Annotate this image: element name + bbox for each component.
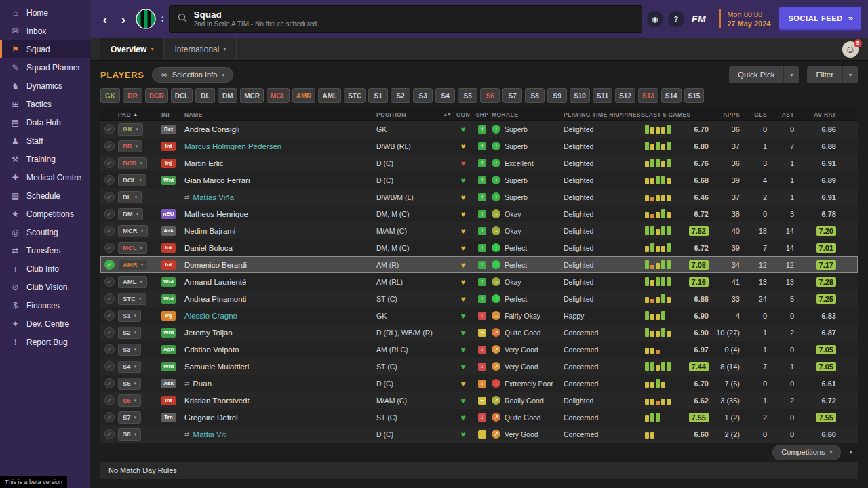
sidebar-item-training[interactable]: ⚒ Training: [0, 150, 90, 168]
pos-filter-dr[interactable]: DR: [123, 88, 142, 103]
info-badge[interactable]: Ret: [161, 125, 176, 134]
player-name[interactable]: Nedim Bajrami: [184, 227, 235, 235]
pos-filter-s1[interactable]: S1: [368, 88, 388, 103]
player-name[interactable]: Mattia Viti: [193, 430, 227, 439]
sidebar-item-schedule[interactable]: ▦ Schedule: [0, 186, 90, 205]
table-row[interactable]: ✓ S7▾ Trn ⇄ Grégoire Defrel ST (C) ♥ ↓ ↗…: [100, 409, 858, 426]
row-checkbox[interactable]: ✓: [104, 260, 115, 270]
info-badge[interactable]: Ask: [161, 226, 176, 236]
table-row[interactable]: ✓ DL▾ ⇄ Matías Viña D/WB/M (L) ♥ ↑ ↑ Sup…: [100, 188, 858, 205]
pos-filter-stc[interactable]: STC: [344, 88, 366, 103]
tab-international[interactable]: International ▾: [164, 38, 237, 60]
player-name[interactable]: Matías Viña: [193, 193, 235, 201]
row-checkbox[interactable]: ✓: [104, 344, 115, 354]
pos-filter-gk[interactable]: GK: [100, 88, 120, 103]
pos-filter-s3[interactable]: S3: [413, 88, 433, 103]
pos-filter-amr[interactable]: AMR: [292, 88, 316, 103]
row-checkbox[interactable]: ✓: [104, 175, 115, 185]
pos-filter-s8[interactable]: S8: [525, 88, 545, 103]
table-row[interactable]: ✓ S1▾ Inj ⇄ Alessio Cragno GK ♥ ↓ → Fair…: [100, 307, 858, 324]
col-position[interactable]: POSITION▲▼: [367, 111, 454, 118]
position-dropdown[interactable]: DCL▾: [118, 174, 146, 186]
pos-filter-aml[interactable]: AML: [318, 88, 341, 103]
row-checkbox[interactable]: ✓: [104, 310, 115, 321]
sidebar-item-inbox[interactable]: ✉ Inbox: [0, 22, 90, 40]
player-name[interactable]: Matheus Henrique: [184, 210, 248, 218]
table-row[interactable]: ✓ S2▾ Wnt ⇄ Jeremy Toljan D (RL), WB/M (…: [100, 324, 858, 341]
player-name[interactable]: Cristian Volpato: [184, 346, 239, 354]
position-dropdown[interactable]: MCL▾: [118, 242, 147, 254]
manager-avatar[interactable]: ☺ 5: [842, 41, 859, 58]
player-name[interactable]: Armand Laurienté: [184, 278, 246, 286]
pos-filter-dcl[interactable]: DCL: [171, 88, 193, 103]
sidebar-item-home[interactable]: ⌂ Home: [0, 3, 90, 22]
filter-caret[interactable]: ▾: [842, 66, 858, 83]
pos-filter-s2[interactable]: S2: [391, 88, 410, 103]
row-checkbox[interactable]: ✓: [104, 277, 115, 287]
forward-button[interactable]: ›: [117, 13, 130, 26]
col-happiness[interactable]: PLAYING TIME HAPPINESS: [561, 111, 645, 118]
player-name[interactable]: Marcus Holmgren Pedersen: [184, 142, 281, 150]
col-sharpness[interactable]: SHP: [473, 111, 492, 118]
social-feed-button[interactable]: SOCIAL FEED »: [779, 7, 861, 31]
position-dropdown[interactable]: DL▾: [118, 191, 142, 203]
position-dropdown[interactable]: DCR▾: [118, 157, 147, 169]
table-row[interactable]: ✓ AMR▾ Int ⇄ Domenico Berardi AM (R) ♥ ↑…: [100, 256, 858, 273]
table-row[interactable]: ✓ GK▾ Ret ⇄ Andrea Consigli GK ♥ ↑ ↑ Sup…: [100, 121, 858, 138]
pos-filter-dl[interactable]: DL: [195, 88, 215, 103]
back-button[interactable]: ‹: [98, 13, 112, 26]
table-row[interactable]: ✓ DCR▾ Inj ⇄ Martin Erlić D (C) ♥ ↑ ↑ Ex…: [100, 155, 858, 171]
col-inf[interactable]: INF: [161, 111, 184, 118]
club-switcher[interactable]: ▴▾: [161, 15, 164, 23]
info-badge[interactable]: Ask: [161, 379, 176, 388]
pos-filter-mcr[interactable]: MCR: [240, 88, 264, 103]
sidebar-item-tactics[interactable]: ⊞ Tactics: [0, 95, 90, 113]
sidebar-item-finances[interactable]: $ Finances: [0, 296, 90, 314]
row-checkbox[interactable]: ✓: [104, 378, 115, 388]
position-dropdown[interactable]: S6▾: [118, 394, 141, 407]
table-row[interactable]: ✓ MCL▾ Int ⇄ Daniel Boloca DM, M (C) ♥ ↑…: [100, 239, 858, 256]
table-row[interactable]: ✓ S8▾ ⇄ Mattia Viti D (C) ♥ − ↗ Very Goo…: [100, 426, 858, 443]
pos-filter-s14[interactable]: S14: [661, 88, 682, 103]
info-badge[interactable]: Int: [161, 142, 176, 151]
player-name[interactable]: Ruan: [193, 380, 212, 388]
player-name[interactable]: Samuele Mulattieri: [184, 363, 249, 371]
tab-overview[interactable]: Overview ▾: [100, 38, 164, 60]
position-dropdown[interactable]: AML▾: [118, 276, 147, 288]
table-row[interactable]: ✓ DCL▾ Wnt ⇄ Gian Marco Ferrari D (C) ♥ …: [100, 171, 858, 188]
table-row[interactable]: ✓ MCR▾ Ask ⇄ Nedim Bajrami M/AM (C) ♥ ↑ …: [100, 222, 858, 239]
sidebar-item-scouting[interactable]: ◎ Scouting: [0, 223, 90, 241]
world-icon[interactable]: ◉: [647, 11, 663, 27]
info-badge[interactable]: Int: [161, 260, 176, 270]
info-badge[interactable]: nEU: [161, 209, 176, 219]
position-dropdown[interactable]: MCR▾: [118, 225, 148, 237]
col-last5[interactable]: LAST 5 GAMES: [645, 111, 709, 118]
player-name[interactable]: Alessio Cragno: [184, 312, 237, 320]
sidebar-item-transfers[interactable]: ⇄ Transfers: [0, 241, 90, 260]
col-morale[interactable]: MORALE: [492, 111, 561, 118]
col-avrat[interactable]: AV RAT: [798, 111, 858, 118]
table-row[interactable]: ✓ S3▾ Agn ⇄ Cristian Volpato AM (RLC) ♥ …: [100, 341, 858, 358]
filter-button[interactable]: Filter ▾: [807, 66, 858, 83]
pos-filter-s4[interactable]: S4: [435, 88, 455, 103]
pos-filter-s10[interactable]: S10: [570, 88, 590, 103]
row-checkbox[interactable]: ✓: [104, 226, 115, 236]
player-name[interactable]: Andrea Consigli: [184, 125, 239, 134]
sidebar-item-club-vision[interactable]: ⊙ Club Vision: [0, 278, 90, 296]
position-dropdown[interactable]: DM▾: [118, 208, 143, 220]
col-goals[interactable]: GLS: [744, 111, 771, 118]
col-apps[interactable]: APPS: [709, 111, 744, 118]
info-badge[interactable]: Int: [161, 396, 176, 405]
sidebar-item-dynamics[interactable]: ♞ Dynamics: [0, 77, 90, 95]
info-badge[interactable]: Int: [161, 243, 176, 253]
pos-filter-s5[interactable]: S5: [458, 88, 477, 103]
row-checkbox[interactable]: ✓: [104, 243, 115, 253]
info-badge[interactable]: Inj: [161, 159, 176, 168]
position-dropdown[interactable]: S4▾: [118, 361, 141, 373]
info-badge[interactable]: Inj: [161, 311, 176, 321]
row-checkbox[interactable]: ✓: [104, 192, 115, 202]
pos-filter-dcr[interactable]: DCR: [145, 88, 168, 103]
row-checkbox[interactable]: ✓: [104, 158, 115, 168]
col-assists[interactable]: AST: [771, 111, 798, 118]
position-dropdown[interactable]: S7▾: [118, 411, 141, 424]
